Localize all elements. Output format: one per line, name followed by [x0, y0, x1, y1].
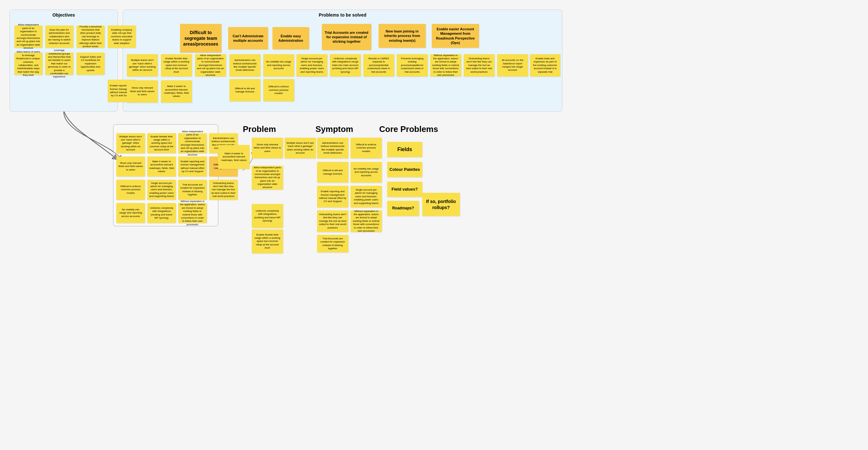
lb15[interactable]: Without separation in the application, t… [178, 203, 207, 223]
pr3-3[interactable]: Difficult to bill and manage licenses [229, 79, 260, 101]
pr2-11[interactable]: Onboarding teams don't feel like they ca… [464, 54, 495, 77]
core-fields[interactable]: Fields [387, 142, 422, 157]
symp-note-7[interactable]: Onboarding teams don't feel like they ca… [317, 210, 348, 232]
symp-note-3[interactable]: Difficult to bill and manage licenses [317, 162, 348, 183]
obj-note-3[interactable]: Provide a structural mechanism that othe… [76, 26, 104, 48]
symp-note-1[interactable]: Administrators use tedious workarounds l… [317, 138, 348, 158]
prob-account-mgmt[interactable]: Enable easier Account Management from Ro… [432, 24, 479, 48]
symp-note-4[interactable]: No visibility into usage and reporting a… [350, 162, 382, 183]
pr2-9[interactable]: Prevents leveraging existing processes/p… [397, 54, 428, 77]
core-portfolio-rollups[interactable]: If so, portfolio rollups? [422, 193, 460, 216]
pr3-2[interactable]: Make it easier to access/find relevant r… [161, 80, 192, 102]
pr3-4[interactable]: Difficult to enforce common process mode… [263, 79, 294, 101]
obj-note-2[interactable]: Ease the pain for administrators and col… [45, 26, 73, 48]
pr2-10[interactable]: Without separation in the application, t… [430, 54, 461, 77]
pr3-1[interactable]: Show only relevant fields and field valu… [127, 80, 158, 102]
obj-note-4[interactable]: Enabling company wide roll-ups that conv… [108, 26, 136, 48]
prob-col-2[interactable]: Multiple teams don't see "each other's g… [284, 138, 316, 158]
pr2-7[interactable]: Unblocks complexity with integrations me… [330, 54, 361, 77]
prob-cant-admin[interactable]: Can't Administrate multiple accounts [228, 27, 268, 50]
pr2-2[interactable]: Enable flexible field usage within a wor… [161, 54, 192, 77]
obj-note-5[interactable]: Allow teams of users to leverage Roadmun… [14, 53, 42, 75]
objectives-title: Objectives [10, 12, 118, 18]
core-roadmaps[interactable]: Roadmaps? [387, 201, 419, 216]
lb3[interactable]: Allow independent parts of an organizati… [178, 133, 207, 153]
lb7[interactable]: Enable reporting and license management … [178, 156, 207, 177]
lb2[interactable]: Enable flexible field usage within a wor… [147, 133, 176, 153]
symptom-big-label: Symptom [315, 124, 353, 134]
prob-new-team[interactable]: New team joining in inherits process fro… [378, 24, 426, 48]
prob-col-main[interactable]: Make it easier to access/find relevant r… [218, 145, 249, 169]
pr2-5[interactable]: No visibility into usage and reporting a… [263, 54, 294, 77]
problems-title: Problems to be solved [123, 12, 562, 18]
prob-col-3[interactable]: Allow independent parts of an organizati… [252, 166, 283, 190]
pr2-3[interactable]: Allow independent parts of an organizati… [195, 54, 226, 77]
prob-col-1[interactable]: Show only relevant fields and field valu… [252, 138, 283, 158]
core-field-values[interactable]: Field values? [387, 182, 422, 197]
lb5[interactable]: Show only relevant fields and field valu… [116, 156, 145, 177]
symp-note-2[interactable]: Difficult to enforce common process mode… [350, 138, 382, 158]
lb10[interactable]: Single account per admin for managing us… [147, 180, 176, 200]
prob-trial-accounts[interactable]: Trial Accounts are created for expansion… [322, 24, 371, 50]
core-problems-big-label: Core Problems [379, 124, 438, 134]
main-canvas: Objectives Problems to be solved Problem… [0, 0, 868, 450]
obj-note-7[interactable]: Support Sales and CX workflows for expan… [76, 53, 104, 75]
pr2-12[interactable]: All accounts on the Salesforce report me… [497, 54, 528, 77]
symp-note-5[interactable]: Enable reporting and license management … [317, 186, 348, 207]
symp-note-9[interactable]: Trial Accounts are created for expansion… [317, 235, 348, 252]
lb14[interactable]: Unblocks complexity with integrations (e… [147, 203, 176, 223]
prob-col-4[interactable]: Unblocks complexity with integrations (e… [252, 204, 283, 228]
lb11[interactable]: Trial Accounts are created for expansion… [178, 180, 207, 200]
symp-note-6[interactable]: Single account per admin for managing us… [350, 186, 382, 207]
symp-note-8[interactable]: Without separation in the application, t… [350, 210, 382, 232]
pr2-4[interactable]: Administrators use tedious workarounds l… [229, 54, 260, 77]
pr2-6[interactable]: Single account per admin for managing us… [296, 54, 327, 77]
core-colour[interactable]: Colour Palettes [387, 162, 422, 177]
lb1[interactable]: Multiple teams don't see "each other's g… [116, 133, 145, 153]
prob-easy-admin[interactable]: Enable easy Administration [273, 27, 309, 50]
lb13[interactable]: No visibility into usage and reporting a… [116, 203, 145, 223]
pr2-1[interactable]: Multiple teams don't see "each other's g… [127, 54, 158, 77]
lb9[interactable]: Difficult to enforce common process mode… [116, 180, 145, 200]
obj-note-1[interactable]: Allow independent parts of an organisati… [14, 26, 42, 48]
lb6[interactable]: Make it easier to access/find relevant r… [147, 156, 176, 177]
lb12[interactable]: Onboarding teams don't feel like they ca… [209, 180, 238, 200]
pr2-13[interactable]: Enable trials and expansion as part of t… [530, 54, 560, 77]
prob-col-5[interactable]: Enable flexible field usage within a wor… [252, 230, 283, 253]
pr2-8[interactable]: Results in CARES requests to process/pot… [363, 54, 394, 77]
problem-big-label: Problem [243, 124, 276, 134]
obj-note-6[interactable]: Leverage established groups and hierarch… [45, 53, 73, 75]
prob-segregate[interactable]: Difficult to segregate team areas/proces… [180, 24, 221, 53]
